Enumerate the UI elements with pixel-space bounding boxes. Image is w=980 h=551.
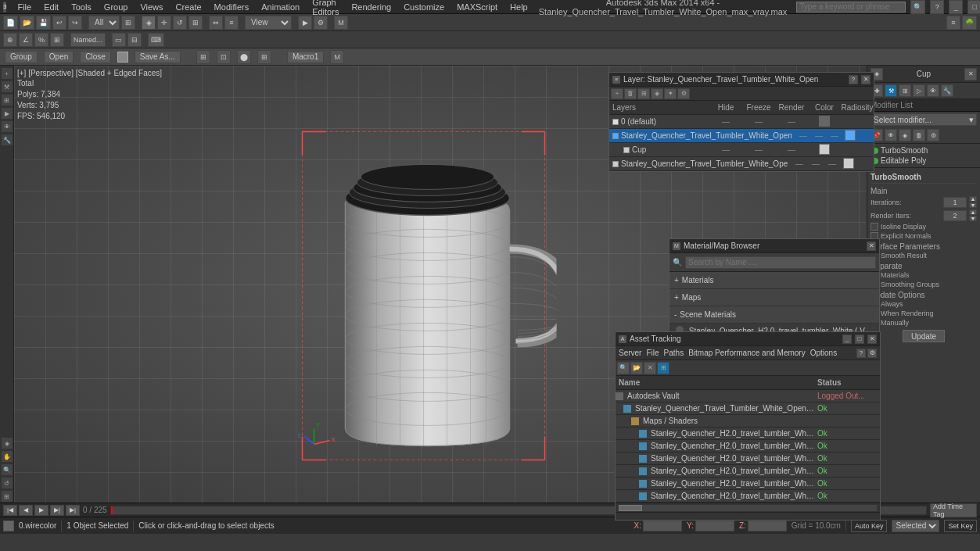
undo-btn[interactable]: ↩	[52, 16, 66, 30]
open-btn[interactable]: 📂	[20, 16, 34, 30]
export-btn[interactable]: ⊡	[217, 50, 231, 64]
save-btn[interactable]: 💾	[36, 16, 51, 30]
set-key-btn[interactable]: Set Key	[944, 520, 977, 532]
layer-color-cup[interactable]	[808, 144, 841, 156]
macro1-btn[interactable]: Macro1	[287, 51, 324, 63]
motion-icon[interactable]: ▶	[1, 107, 13, 120]
update-button[interactable]: Update	[903, 330, 945, 342]
layer-highlight-btn[interactable]: ✦	[664, 88, 677, 99]
color-swatch[interactable]	[117, 52, 128, 63]
material-section-maps[interactable]: + Maps	[669, 289, 879, 306]
menu-edit[interactable]: Edit	[42, 2, 60, 12]
spinner-snap-btn[interactable]: ⊞	[50, 33, 64, 47]
select-region-btn[interactable]: ▭	[112, 33, 126, 47]
scene-explorer-btn[interactable]: 🌳	[962, 16, 977, 30]
group-btn[interactable]: Group	[5, 51, 38, 63]
asset-hscroll-thumb[interactable]	[619, 505, 642, 511]
move-btn[interactable]: ✛	[157, 16, 171, 30]
display-panel-icon[interactable]: 👁	[927, 84, 939, 97]
menu-create[interactable]: Create	[174, 2, 203, 12]
maximize-btn[interactable]: □	[967, 0, 980, 14]
hierarchy-panel-icon[interactable]: ⊞	[899, 84, 911, 97]
new-btn[interactable]: 📄	[3, 16, 18, 30]
layer-panel-question-btn[interactable]: ?	[849, 75, 858, 84]
asset-panel-close-btn[interactable]: ✕	[867, 335, 877, 344]
layer-color-stanley2[interactable]	[841, 158, 857, 170]
search-input[interactable]	[796, 2, 906, 13]
menu-help[interactable]: Help	[508, 2, 529, 12]
layer-color-stanley[interactable]	[842, 130, 858, 142]
layer-row-stanley[interactable]: Stanley_Quencher_Travel_Tumbler_White_Op…	[609, 129, 874, 143]
hierarchy-icon[interactable]: ⊞	[1, 94, 13, 106]
motion-panel-icon[interactable]: ▷	[913, 84, 925, 97]
asset-row-6[interactable]: Stanley_Quencher_H2.0_travel_tumbler_Whi…	[616, 465, 880, 478]
timeline-prev-btn[interactable]: ◀	[19, 505, 33, 516]
key-filter-dropdown[interactable]: Selected	[892, 520, 939, 532]
z-input[interactable]	[748, 521, 787, 531]
import-btn[interactable]: ⊞	[196, 50, 210, 64]
render-iters-spinner[interactable]: ▲ ▼	[969, 209, 977, 221]
menu-modifiers[interactable]: Modifiers	[213, 2, 251, 12]
asset-help-btn[interactable]: ?	[856, 349, 866, 358]
show-result-btn[interactable]: 👁	[885, 129, 897, 141]
utility-panel-icon[interactable]: 🔧	[941, 84, 953, 97]
asset-menu-paths[interactable]: Paths	[664, 349, 684, 357]
render-iters-down[interactable]: ▼	[969, 216, 977, 221]
select-filter-dropdown[interactable]: All	[88, 16, 120, 30]
asset-row-3[interactable]: Stanley_Quencher_H2.0_travel_tumbler_Whi…	[616, 428, 880, 440]
select-obj-btn[interactable]: ◈	[142, 16, 156, 30]
layer-mgr-btn[interactable]: ≡	[946, 16, 960, 30]
asset-row-8[interactable]: Stanley_Quencher_H2.0_travel_tumbler_Whi…	[616, 490, 880, 503]
asset-tb-btn-1[interactable]: 🔍	[617, 362, 630, 374]
asset-row-0[interactable]: Autodesk Vault Logged Out...	[616, 390, 880, 403]
render-iters-up[interactable]: ▲	[969, 209, 977, 215]
pan-icon[interactable]: ✋	[1, 450, 13, 463]
redo-btn[interactable]: ↪	[68, 16, 82, 30]
select-icon[interactable]: ◈	[1, 437, 13, 449]
menu-tools[interactable]: Tools	[70, 2, 93, 12]
material-section-materials[interactable]: + Materials	[669, 272, 879, 289]
menu-rendering[interactable]: Rendering	[350, 2, 393, 12]
scale-btn[interactable]: ⊞	[188, 16, 203, 30]
isoline-checkbox[interactable]	[871, 223, 878, 231]
wirecolor-swatch[interactable]	[3, 521, 14, 531]
remove-modifier-btn[interactable]: 🗑	[913, 129, 925, 141]
asset-settings-btn[interactable]: ⚙	[867, 349, 877, 358]
mirror-btn[interactable]: ⇔	[209, 16, 223, 30]
asset-tb-btn-2[interactable]: 📂	[630, 362, 643, 374]
angle-snap-btn[interactable]: ∠	[19, 33, 33, 47]
modifier-turbosmooth[interactable]: TurboSmooth	[871, 145, 977, 156]
viewport-dropdown[interactable]: View	[245, 16, 292, 30]
viewport-qual-btn[interactable]: ⊞	[257, 50, 271, 64]
layer-add-selected-btn[interactable]: ⊞	[637, 88, 650, 99]
timeline-play-btn[interactable]: ▶	[34, 505, 48, 516]
layer-delete-btn[interactable]: 🗑	[624, 88, 637, 99]
layer-row-cup[interactable]: Cup — — —	[609, 143, 874, 157]
timeline-next-btn[interactable]: ▶|	[50, 505, 64, 516]
menu-views[interactable]: Views	[138, 2, 164, 12]
keyboard-shortcut-override-btn[interactable]: ⌨	[148, 33, 164, 47]
asset-tb-btn-3[interactable]: ✕	[644, 362, 656, 374]
rp-close-icon[interactable]: ✕	[964, 68, 977, 81]
menu-animation[interactable]: Animation	[260, 2, 301, 12]
material-panel-close-btn[interactable]: ✕	[867, 242, 876, 251]
maxscript-icon-btn[interactable]: M	[330, 50, 344, 64]
create-icon[interactable]: +	[1, 67, 13, 80]
asset-panel-minimize-btn[interactable]: _	[842, 335, 852, 344]
utilities-icon[interactable]: 🔧	[1, 134, 13, 146]
quick-render-btn[interactable]: ⬤	[237, 50, 251, 64]
modifier-dropdown[interactable]: Select modifier... ▾	[871, 113, 977, 126]
display-icon[interactable]: 👁	[1, 120, 13, 133]
y-input[interactable]	[695, 521, 734, 531]
asset-menu-bitmap[interactable]: Bitmap Performance and Memory	[688, 349, 806, 357]
layer-select-objects-btn[interactable]: ◈	[651, 88, 663, 99]
align-btn[interactable]: ≡	[224, 16, 239, 30]
window-crossing-btn[interactable]: ⊟	[127, 33, 142, 47]
snap-btn[interactable]: ⊕	[3, 33, 17, 47]
asset-row-7[interactable]: Stanley_Quencher_H2.0_travel_tumbler_Whi…	[616, 478, 880, 490]
modify-icon[interactable]: ⚒	[1, 81, 13, 93]
asset-panel-maximize-btn[interactable]: □	[855, 335, 864, 344]
close-group-btn[interactable]: Close	[80, 51, 111, 63]
asset-row-1[interactable]: Stanley_Quencher_Travel_Tumbler_White_Op…	[616, 403, 880, 415]
asset-menu-options[interactable]: Options	[810, 349, 837, 357]
